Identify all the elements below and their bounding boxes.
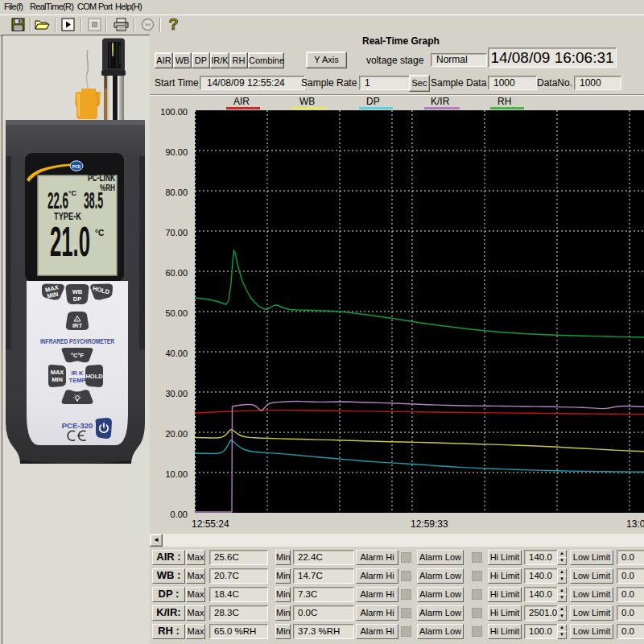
svg-text:?: ? <box>168 17 178 32</box>
svg-text:PCE: PCE <box>72 164 81 169</box>
svg-text:MAX: MAX <box>51 369 64 376</box>
svg-text:MIN: MIN <box>52 376 63 383</box>
svg-text:IR K: IR K <box>72 369 85 377</box>
svg-text:WB: WB <box>72 288 83 295</box>
svg-text:38.5: 38.5 <box>84 187 103 213</box>
svg-text:°C: °C <box>68 189 77 197</box>
svg-text:DP: DP <box>73 295 81 303</box>
svg-text:TEMP: TEMP <box>69 377 86 384</box>
svg-text:22.6: 22.6 <box>47 187 68 213</box>
svg-text:°C°F: °C°F <box>71 352 84 359</box>
svg-text:PC-LINK: PC-LINK <box>88 172 115 184</box>
svg-text:INFRARED PSYCHROMETER: INFRARED PSYCHROMETER <box>40 336 114 345</box>
svg-text:°C: °C <box>95 229 104 237</box>
svg-text:IRT: IRT <box>72 322 83 329</box>
svg-text:HOLD: HOLD <box>85 373 103 380</box>
svg-text:21.0: 21.0 <box>50 218 90 265</box>
svg-text:PCE-320: PCE-320 <box>62 421 93 430</box>
